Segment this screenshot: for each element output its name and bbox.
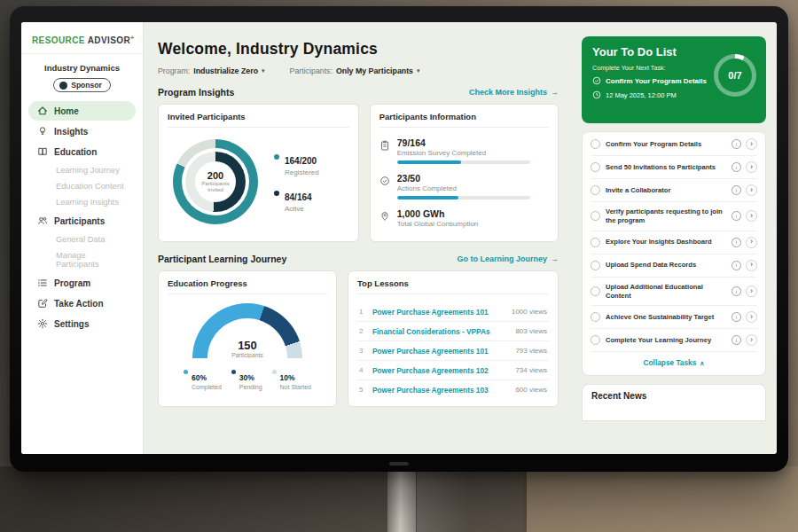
task-row[interactable]: Upload Additional Educational Content i … [591,278,757,307]
lesson-link[interactable]: Power Purchase Agreements 101 [372,347,509,356]
recent-news-card[interactable]: Recent News [582,384,766,421]
lesson-row: 2 Financial Considerations - VPPAs 803 v… [357,322,549,341]
sidebar-item-label: General Data [56,235,105,244]
info-icon[interactable]: i [732,185,741,195]
task-row[interactable]: Explore Your Insights Dashboard i › [591,231,757,254]
chevron-right-icon[interactable]: › [746,161,757,173]
chevron-right-icon[interactable]: › [746,237,757,248]
recent-news-title: Recent News [591,391,646,401]
chevron-right-icon[interactable]: › [746,286,757,297]
lesson-row: 4 Power Purchase Agreements 102 734 view… [357,361,549,380]
chevron-right-icon[interactable]: › [746,138,757,150]
card-title: Participants Information [379,112,549,128]
people-icon [37,215,48,226]
chevron-right-icon[interactable]: › [746,311,757,323]
info-icon[interactable]: i [732,139,741,149]
participants-filter-dropdown[interactable]: Participants: Only My Participants ▾ [290,66,420,75]
chevron-right-icon[interactable]: › [746,210,757,222]
chevron-right-icon[interactable]: › [746,334,757,346]
task-row[interactable]: Achieve One Sustainability Target i › [591,306,757,329]
info-icon[interactable]: i [732,238,741,247]
collapse-tasks-button[interactable]: Collapse Tasks∧ [591,352,757,374]
task-row[interactable]: Upload Spend Data Records i › [591,254,757,278]
task-row[interactable]: Confirm Your Program Details i › [591,133,757,156]
info-icon[interactable]: i [732,211,741,221]
gauge-center-label: Participants [192,352,302,358]
go-to-learning-journey-link[interactable]: Go to Learning Journey→ [457,254,559,263]
lesson-link[interactable]: Power Purchase Agreements 101 [372,308,505,317]
progress-bar [397,160,530,164]
gauge-legend: 60% Completed 30% Pending 10% [168,368,327,390]
app-window: RESOURCE ADVISOR+ Industry Dynamics Spon… [21,22,777,454]
legend-label: Completed [192,384,222,390]
participants-information-card: Participants Information 79/164 Emission… [370,104,559,242]
todo-progress-ring: 0/7 [714,54,756,97]
sidebar-item-program[interactable]: Program [28,273,136,293]
sidebar-item-label: Take Action [54,299,104,309]
task-checkbox[interactable] [591,238,600,247]
info-icon[interactable]: i [732,286,741,296]
sidebar-item-education[interactable]: Education [28,142,136,161]
task-checkbox[interactable] [591,286,600,296]
top-lessons-card: Top Lessons 1 Power Purchase Agreements … [348,270,559,407]
sidebar-item-education-content[interactable]: Education Content [28,178,136,194]
task-checkbox[interactable] [591,312,600,322]
info-icon[interactable]: i [732,335,741,345]
sidebar-item-label: Program [54,278,90,288]
sidebar-item-general-data[interactable]: General Data [28,231,136,247]
lesson-link[interactable]: Financial Considerations - VPPAs [372,327,509,336]
sponsor-badge: Sponsor [53,78,110,92]
arrow-right-icon: → [551,88,559,97]
monitor: RESOURCE ADVISOR+ Industry Dynamics Spon… [10,6,788,472]
program-filter-dropdown[interactable]: Program: Industrialize Zero ▾ [158,66,265,75]
sidebar-item-learning-insights[interactable]: Learning Insights [28,194,136,210]
info-icon[interactable]: i [732,312,741,322]
sidebar-item-learning-journey[interactable]: Learning Journey [28,162,136,178]
brand-secondary: ADVISOR [88,35,130,45]
progress-fill [397,196,458,200]
sidebar-item-manage-participants[interactable]: Manage Participants [28,247,136,272]
task-checkbox[interactable] [591,261,600,270]
pencil-icon [37,298,48,309]
check-more-insights-link[interactable]: Check More Insights→ [469,88,559,97]
filter-label: Program: [158,66,190,75]
task-checkbox[interactable] [591,335,600,345]
bulb-icon [37,126,48,137]
lesson-rank: 2 [359,327,366,335]
task-checkbox[interactable] [591,162,600,172]
task-checkbox[interactable] [591,211,600,221]
task-checkbox[interactable] [591,139,600,149]
stand-reflection [417,466,468,532]
donut-center-label: Participants Invited [198,181,233,194]
invited-participants-card: Invited Participants 200 Participants In… [158,104,359,242]
sidebar-item-label: Learning Journey [56,166,120,175]
lesson-link[interactable]: Power Purchase Agreements 103 [372,386,509,395]
chevron-right-icon[interactable]: › [746,184,757,196]
legend-value: 84/164 [285,192,312,202]
education-gauge-chart: 150 Participants [192,303,302,358]
task-row[interactable]: Verify participants requesting to join t… [591,202,757,231]
task-checkbox[interactable] [591,185,600,195]
task-label: Upload Additional Educational Content [606,283,732,301]
sidebar-item-insights[interactable]: Insights [28,121,136,141]
info-icon[interactable]: i [732,162,741,172]
sidebar-item-participants[interactable]: Participants [28,211,136,231]
sidebar-item-home[interactable]: Home [28,101,136,121]
task-row[interactable]: Complete Your Learning Journey i › [591,329,757,352]
task-row[interactable]: Send 50 Invitations to Participants i › [591,156,757,179]
task-label: Verify participants requesting to join t… [606,207,732,225]
todo-task-list: Confirm Your Program Details i › Send 50… [582,131,766,376]
clipboard-icon [379,138,390,149]
lesson-views: 1000 views [512,308,547,316]
stat-label: Total Global Consumption [397,220,479,228]
chevron-right-icon[interactable]: › [746,260,757,271]
info-icon[interactable]: i [732,261,741,270]
task-row[interactable]: Invite a Collaborator i › [591,179,757,202]
sidebar-item-take-action[interactable]: Take Action [28,293,136,313]
gauge-center-value: 150 [192,339,302,352]
lesson-link[interactable]: Power Purchase Agreements 102 [372,366,509,375]
arrow-right-icon: → [551,254,559,263]
stat-row: 79/164 Emission Survey Completed [379,137,549,164]
sidebar-item-settings[interactable]: Settings [28,314,136,333]
sponsor-badge-label: Sponsor [71,81,101,90]
